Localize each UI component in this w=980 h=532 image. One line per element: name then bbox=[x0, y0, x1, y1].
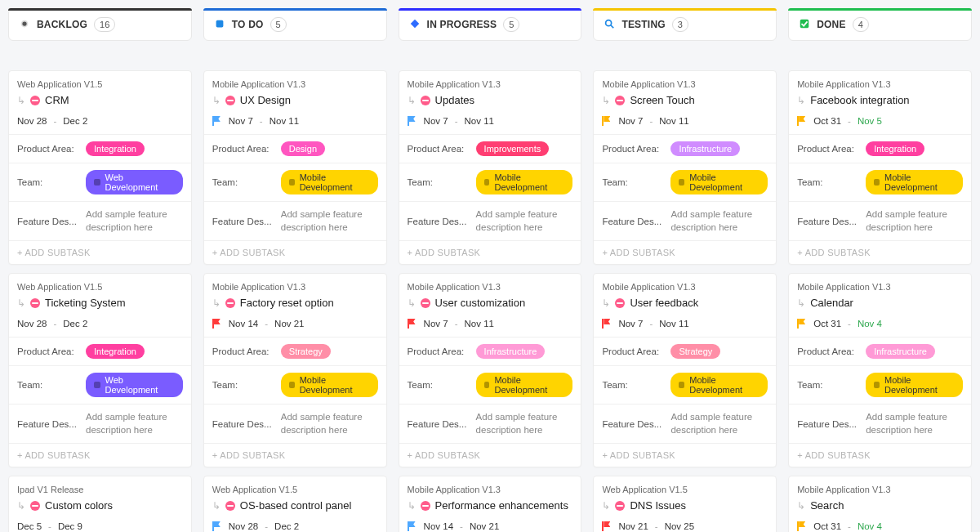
team-pill[interactable]: Mobile Development bbox=[476, 170, 573, 194]
priority-icon bbox=[421, 298, 430, 308]
team-label: Team: bbox=[797, 380, 858, 390]
product-area-pill[interactable]: Integration bbox=[866, 141, 924, 156]
product-area-pill[interactable]: Strategy bbox=[670, 344, 720, 359]
product-area-pill[interactable]: Improvements bbox=[476, 141, 550, 156]
feature-desc-placeholder[interactable]: Add sample feature description here bbox=[670, 208, 768, 234]
feature-desc-placeholder[interactable]: Add sample feature description here bbox=[670, 411, 768, 436]
column-header[interactable]: TESTING 3 bbox=[593, 8, 777, 41]
product-area-pill[interactable]: Infrastructure bbox=[670, 141, 740, 156]
team-pill[interactable]: Mobile Development bbox=[670, 170, 768, 194]
task-card[interactable]: Web Application V1.5 ↳ CRM Nov 28 - Dec … bbox=[8, 70, 192, 265]
task-title: Performance enhancements bbox=[435, 499, 568, 512]
add-subtask-button[interactable]: + ADD SUBTASK bbox=[594, 443, 776, 467]
add-subtask-button[interactable]: + ADD SUBTASK bbox=[789, 443, 971, 467]
team-pill[interactable]: Web Development bbox=[86, 373, 183, 397]
task-card[interactable]: Mobile Application V1.3 ↳ User customiza… bbox=[399, 273, 582, 467]
svg-rect-6 bbox=[800, 19, 809, 28]
add-subtask-button[interactable]: + ADD SUBTASK bbox=[594, 240, 776, 264]
task-card[interactable]: Mobile Application V1.3 ↳ Search Oct 31 … bbox=[788, 476, 972, 532]
column-header[interactable]: BACKLOG 16 bbox=[8, 8, 192, 41]
product-area-pill[interactable]: Strategy bbox=[281, 344, 331, 359]
feature-desc-placeholder[interactable]: Add sample feature description here bbox=[476, 208, 573, 234]
product-area-label: Product Area: bbox=[212, 346, 273, 356]
hierarchy-icon: ↳ bbox=[797, 95, 805, 106]
flag-icon bbox=[602, 116, 612, 126]
feature-desc-placeholder[interactable]: Add sample feature description here bbox=[281, 411, 378, 436]
product-area-pill[interactable]: Infrastructure bbox=[476, 344, 546, 359]
team-pill[interactable]: Mobile Development bbox=[866, 170, 963, 194]
task-card[interactable]: Mobile Application V1.3 ↳ Factory reset … bbox=[203, 273, 387, 467]
column-status-icon bbox=[409, 18, 421, 32]
feature-desc-placeholder[interactable]: Add sample feature description here bbox=[476, 411, 573, 436]
flag-icon bbox=[602, 521, 612, 531]
date-separator: - bbox=[48, 521, 51, 531]
epic-name: Mobile Application V1.3 bbox=[797, 485, 963, 494]
feature-desc-placeholder[interactable]: Add sample feature description here bbox=[86, 208, 183, 234]
product-area-pill[interactable]: Infrastructure bbox=[866, 344, 935, 359]
priority-icon bbox=[225, 501, 235, 511]
team-pill[interactable]: Mobile Development bbox=[281, 373, 378, 397]
feature-desc-placeholder[interactable]: Add sample feature description here bbox=[86, 411, 183, 436]
task-card[interactable]: Mobile Application V1.3 ↳ User feedback … bbox=[593, 273, 777, 467]
feature-desc-label: Feature Des... bbox=[17, 419, 78, 429]
task-title: Calendar bbox=[810, 297, 853, 309]
date-separator: - bbox=[265, 319, 268, 329]
add-subtask-button[interactable]: + ADD SUBTASK bbox=[9, 443, 191, 467]
team-pill[interactable]: Mobile Development bbox=[281, 170, 378, 194]
date-separator: - bbox=[649, 319, 653, 329]
add-subtask-button[interactable]: + ADD SUBTASK bbox=[789, 240, 971, 264]
team-pill[interactable]: Mobile Development bbox=[476, 373, 573, 397]
task-card[interactable]: Web Application V1.5 ↳ Ticketing System … bbox=[8, 273, 192, 467]
task-card[interactable]: Mobile Application V1.3 ↳ Calendar Oct 3… bbox=[788, 273, 972, 467]
task-title: User customization bbox=[435, 297, 526, 309]
feature-desc-label: Feature Des... bbox=[212, 217, 273, 226]
epic-name: Ipad V1 Release bbox=[17, 485, 183, 494]
end-date: Nov 11 bbox=[464, 116, 493, 126]
task-card[interactable]: Mobile Application V1.3 ↳ UX Design Nov … bbox=[203, 70, 387, 265]
column-header[interactable]: IN PROGRESS 5 bbox=[399, 8, 582, 41]
team-color-swatch bbox=[484, 179, 490, 186]
team-label: Team: bbox=[408, 177, 468, 187]
add-subtask-button[interactable]: + ADD SUBTASK bbox=[204, 240, 386, 264]
column-status-icon bbox=[19, 18, 30, 32]
end-date: Nov 4 bbox=[858, 521, 882, 531]
feature-desc-placeholder[interactable]: Add sample feature description here bbox=[866, 208, 963, 234]
task-card[interactable]: Mobile Application V1.3 ↳ Performance en… bbox=[399, 476, 582, 532]
svg-line-5 bbox=[611, 25, 614, 28]
add-subtask-button[interactable]: + ADD SUBTASK bbox=[9, 240, 191, 264]
task-card[interactable]: Web Application V1.5 ↳ OS-based control … bbox=[203, 476, 387, 532]
priority-icon bbox=[30, 501, 40, 511]
team-pill[interactable]: Mobile Development bbox=[670, 373, 768, 397]
epic-name: Web Application V1.5 bbox=[17, 282, 183, 292]
feature-desc-placeholder[interactable]: Add sample feature description here bbox=[281, 208, 378, 234]
team-pill[interactable]: Mobile Development bbox=[866, 373, 963, 397]
product-area-label: Product Area: bbox=[408, 144, 468, 154]
column-header[interactable]: DONE 4 bbox=[788, 8, 972, 41]
product-area-label: Product Area: bbox=[602, 144, 662, 154]
task-card[interactable]: Mobile Application V1.3 ↳ Facebook integ… bbox=[788, 70, 972, 265]
task-card[interactable]: Ipad V1 Release ↳ Custom colors Dec 5 - … bbox=[8, 476, 192, 532]
feature-desc-label: Feature Des... bbox=[408, 419, 468, 429]
product-area-pill[interactable]: Integration bbox=[86, 344, 145, 359]
task-card[interactable]: Web Application V1.5 ↳ DNS Issues Nov 21… bbox=[593, 476, 777, 532]
task-card[interactable]: Mobile Application V1.3 ↳ Updates Nov 7 … bbox=[399, 70, 582, 265]
add-subtask-button[interactable]: + ADD SUBTASK bbox=[204, 443, 386, 467]
hierarchy-icon: ↳ bbox=[17, 95, 25, 106]
task-title: Factory reset option bbox=[240, 297, 334, 309]
add-subtask-button[interactable]: + ADD SUBTASK bbox=[399, 240, 581, 264]
flag-icon bbox=[408, 116, 417, 126]
task-card[interactable]: Mobile Application V1.3 ↳ Screen Touch N… bbox=[593, 70, 777, 265]
team-color-swatch bbox=[874, 382, 880, 388]
product-area-pill[interactable]: Integration bbox=[86, 141, 145, 156]
product-area-pill[interactable]: Design bbox=[281, 141, 325, 156]
add-subtask-button[interactable]: + ADD SUBTASK bbox=[399, 443, 581, 467]
column-header[interactable]: TO DO 5 bbox=[203, 8, 387, 41]
feature-desc-placeholder[interactable]: Add sample feature description here bbox=[866, 411, 963, 436]
team-value: Mobile Development bbox=[689, 172, 760, 192]
epic-name: Mobile Application V1.3 bbox=[602, 79, 768, 89]
team-label: Team: bbox=[797, 177, 858, 187]
feature-desc-label: Feature Des... bbox=[408, 217, 468, 226]
task-title: Screen Touch bbox=[630, 94, 694, 106]
team-pill[interactable]: Web Development bbox=[86, 170, 183, 194]
product-area-label: Product Area: bbox=[797, 346, 858, 356]
